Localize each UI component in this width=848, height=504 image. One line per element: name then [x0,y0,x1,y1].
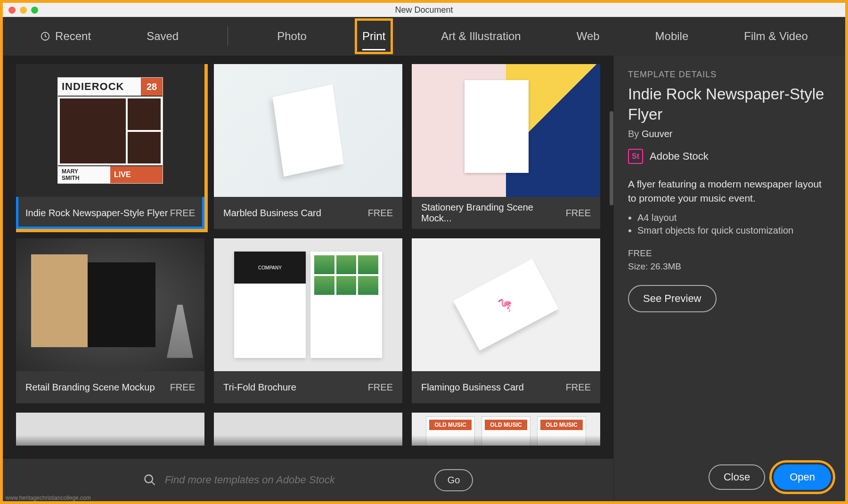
template-price: FREE [368,382,393,393]
template-card[interactable]: Stationery Branding Scene Mock... FREE [412,64,600,229]
clock-icon [40,31,50,41]
tab-film-video[interactable]: Film & Video [737,19,815,53]
search-input[interactable] [165,474,426,486]
template-thumbnail [214,413,402,446]
template-name: Indie Rock Newspaper-Style Flyer [25,208,168,219]
tab-art-illustration[interactable]: Art & Illustration [434,19,527,53]
window-controls [8,7,38,14]
adobe-stock-link[interactable]: St Adobe Stock [628,149,831,164]
template-thumbnail [412,64,600,197]
template-name: Flamingo Business Card [421,382,524,393]
window-title: New Document [395,5,453,15]
template-thumbnail [214,64,402,197]
template-price: FREE [566,382,591,393]
template-card[interactable]: INDIEROCK28 MARYSMITHLIVE Indie Rock New… [16,64,204,229]
template-card[interactable]: COMPANY Tri-Fold Brochure FREE [214,238,402,403]
template-thumbnail [16,238,204,371]
templates-scrollbar[interactable] [610,111,613,205]
stock-label: Adobe Stock [650,150,709,163]
details-heading: TEMPLATE DETAILS [628,70,831,80]
tab-photo[interactable]: Photo [270,19,313,53]
minimize-window-icon[interactable] [20,7,27,14]
tab-recent[interactable]: Recent [33,19,98,53]
template-name: Tri-Fold Brochure [223,382,296,393]
nav-divider [228,27,228,46]
watermark: www.heritagechristiancollege.com [6,495,91,501]
template-thumbnail: COMPANY [214,238,402,371]
tab-recent-label: Recent [55,30,91,43]
title-bar: New Document [3,3,845,17]
close-button[interactable]: Close [709,464,765,490]
template-description: A flyer featuring a modern newspaper lay… [628,177,831,206]
template-name: Marbled Business Card [223,208,321,219]
tab-web[interactable]: Web [570,19,606,53]
template-size: Size: 26.3MB [628,261,831,272]
see-preview-button[interactable]: See Preview [628,285,717,312]
template-name: Retail Branding Scene Mockup [25,382,155,393]
template-author: By Guuver [628,129,831,139]
go-button[interactable]: Go [434,469,473,491]
tab-saved[interactable]: Saved [140,19,185,53]
templates-panel: INDIEROCK28 MARYSMITHLIVE Indie Rock New… [3,56,613,501]
template-features: A4 layout Smart objects for quick custom… [637,211,831,238]
close-window-icon[interactable] [8,7,16,14]
template-thumbnail: OLD MUSICOLD MUSICOLD MUSIC [412,413,600,446]
template-title: Indie Rock Newspaper-Style Flyer [628,84,831,125]
search-bar: Go [3,459,613,501]
feature-item: Smart objects for quick customization [637,225,831,236]
open-button[interactable]: Open [774,464,831,490]
zoom-window-icon[interactable] [31,7,38,14]
feature-item: A4 layout [637,212,831,223]
template-price: FREE [566,208,591,219]
tab-print[interactable]: Print [356,19,392,53]
template-card[interactable] [16,413,204,446]
template-price: FREE [170,382,195,393]
stock-icon: St [628,149,643,164]
template-thumbnail [16,413,204,446]
template-thumbnail: 🦩 [412,238,600,371]
template-card[interactable]: OLD MUSICOLD MUSICOLD MUSIC [412,413,600,446]
category-tabs: Recent Saved Photo Print Art & Illustrat… [3,17,845,56]
template-card[interactable]: Marbled Business Card FREE [214,64,402,229]
template-card[interactable]: Retail Branding Scene Mockup FREE [16,238,204,403]
details-panel: TEMPLATE DETAILS Indie Rock Newspaper-St… [613,56,845,501]
tab-mobile[interactable]: Mobile [649,19,695,53]
template-card[interactable]: 🦩 Flamingo Business Card FREE [412,238,600,403]
template-name: Stationery Branding Scene Mock... [421,202,566,224]
template-price: FREE [170,208,195,219]
template-card[interactable] [214,413,402,446]
template-price-label: FREE [628,248,831,259]
template-price: FREE [368,208,393,219]
template-thumbnail: INDIEROCK28 MARYSMITHLIVE [16,64,204,197]
search-icon [143,473,156,487]
